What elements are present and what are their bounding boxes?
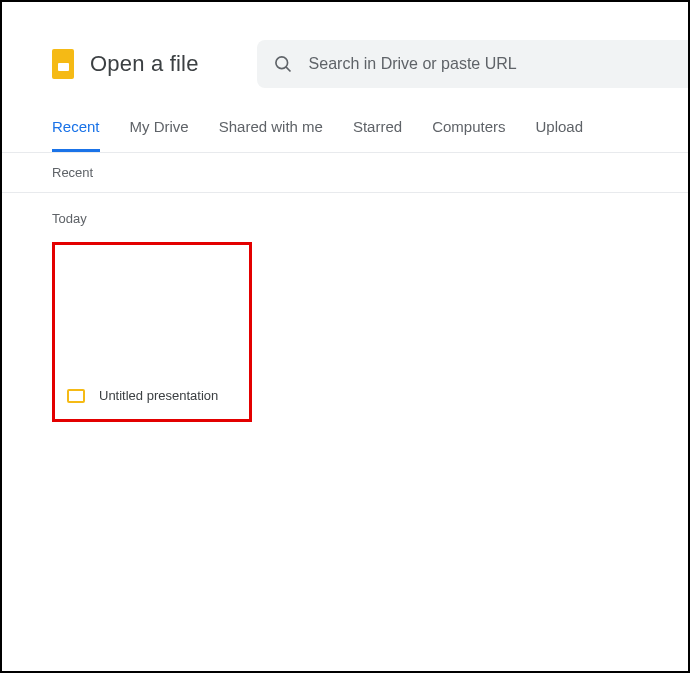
file-footer: Untitled presentation: [55, 374, 249, 419]
svg-line-1: [286, 67, 291, 72]
slides-logo-icon: [52, 49, 74, 79]
search-input[interactable]: [309, 55, 672, 73]
search-icon: [273, 54, 293, 74]
files-grid: Untitled presentation: [2, 236, 688, 422]
tab-computers[interactable]: Computers: [432, 118, 505, 152]
tab-starred[interactable]: Starred: [353, 118, 402, 152]
tabs-bar: Recent My Drive Shared with me Starred C…: [2, 88, 688, 153]
file-name: Untitled presentation: [99, 388, 218, 403]
tab-upload[interactable]: Upload: [535, 118, 583, 152]
search-box[interactable]: [257, 40, 688, 88]
tab-recent[interactable]: Recent: [52, 118, 100, 152]
section-label: Recent: [2, 153, 688, 193]
dialog-header: Open a file: [2, 2, 688, 88]
file-card[interactable]: Untitled presentation: [52, 242, 252, 422]
svg-point-0: [276, 57, 288, 69]
dialog-title: Open a file: [90, 51, 199, 77]
tab-shared-with-me[interactable]: Shared with me: [219, 118, 323, 152]
slides-file-icon: [67, 389, 85, 403]
file-thumbnail: [55, 245, 249, 374]
tab-my-drive[interactable]: My Drive: [130, 118, 189, 152]
group-label-today: Today: [2, 193, 688, 236]
